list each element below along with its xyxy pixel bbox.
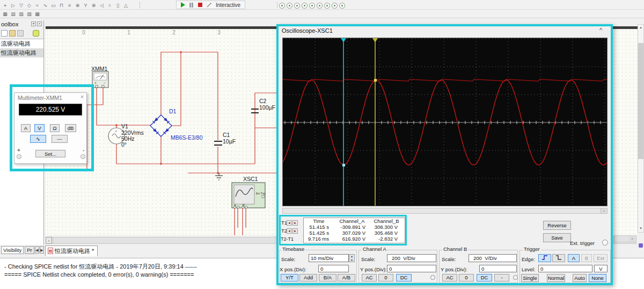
mode-ampere-button[interactable]: A <box>21 124 31 132</box>
graphic-annotation-icon[interactable]: ▨ <box>17 10 25 18</box>
graphic-annotation-icon[interactable]: ▦ <box>1 10 9 18</box>
run-simulation-icon[interactable] <box>181 2 185 8</box>
component-toolbar-icon[interactable]: ▭ <box>49 1 57 10</box>
probe-icon[interactable] <box>324 3 330 9</box>
trigger-source-b-button[interactable]: B <box>581 254 592 262</box>
channel-a-scale-input[interactable]: 200 V/Div <box>387 254 436 262</box>
component-toolbar-icon[interactable]: ≈ <box>33 1 41 10</box>
t2-move-right-icon[interactable]: ► <box>292 228 298 234</box>
graphic-annotation-icon[interactable]: ▤ <box>9 10 17 18</box>
close-icon[interactable]: × <box>80 94 84 100</box>
v1-ref-label[interactable]: V1 <box>121 124 128 129</box>
set-button[interactable]: Set... <box>35 150 65 157</box>
channel-b-scale-input[interactable]: 200 V/Div <box>469 254 517 262</box>
timebase-scale-spinner[interactable]: ▲▼ <box>349 254 355 262</box>
design-tree-item[interactable]: 流驱动电路 <box>0 39 43 48</box>
hscroll-left-icon[interactable]: ‹ <box>46 237 52 244</box>
channel-b-ypos-input[interactable]: 0 <box>479 265 517 272</box>
xsc1-label[interactable]: XSC1 <box>243 176 258 182</box>
ac-mode-button[interactable]: ∿ <box>30 135 46 143</box>
t1-move-left-icon[interactable]: ◄ <box>287 220 292 226</box>
component-toolbar-icon[interactable]: ◁ <box>98 1 106 10</box>
sheet-tab[interactable]: 恒流驱动电路 * <box>45 245 98 256</box>
component-toolbar-icon[interactable]: ◇ <box>25 1 33 10</box>
mode-ohm-button[interactable]: Ω <box>50 124 60 132</box>
c2-ref-label[interactable]: C2 <box>259 98 266 104</box>
panel-pin-icon[interactable]: ▾ <box>31 21 36 26</box>
dc-mode-button[interactable]: — <box>52 135 68 143</box>
channel-a-dc-button[interactable]: DC <box>396 274 412 281</box>
scope-time-scrollbar[interactable]: › <box>282 208 608 214</box>
vscroll-thumb[interactable] <box>638 43 643 159</box>
probe-icon[interactable] <box>332 3 338 9</box>
channel-b-minus-button[interactable]: - <box>494 274 509 281</box>
tab-project[interactable]: Pr <box>25 246 34 254</box>
hscroll-right-icon[interactable]: › <box>629 236 635 241</box>
probe-icon[interactable] <box>287 3 292 9</box>
trigger-level-unit[interactable]: V <box>594 265 608 272</box>
trigger-source-ext-button[interactable]: Ext <box>594 254 608 262</box>
component-toolbar-icon[interactable]: Y <box>82 1 90 10</box>
probe-icon[interactable] <box>309 3 315 9</box>
component-toolbar-icon[interactable]: ○ <box>106 1 114 10</box>
interactive-mode-label[interactable]: Interactive <box>216 2 240 8</box>
trigger-none-button[interactable]: None <box>589 274 606 282</box>
multimeter-window[interactable]: Multimeter-XMM1 × 220.525 V A V Ω dB ∿ —… <box>14 92 87 164</box>
channel-b-dc-button[interactable]: DC <box>477 274 492 281</box>
snapshot-icon[interactable] <box>33 30 39 37</box>
channel-b-zero-button[interactable]: 0 <box>459 274 474 281</box>
probe-icon[interactable] <box>294 3 300 9</box>
trigger-normal-button[interactable]: Normal <box>547 274 565 282</box>
tab-scroll-right-icon[interactable]: ▶ <box>40 246 44 254</box>
trigger-auto-button[interactable]: Auto <box>573 274 587 282</box>
component-toolbar-icon[interactable]: ▯ <box>114 1 122 10</box>
channel-a-ac-button[interactable]: AC <box>362 274 377 281</box>
yt-mode-button[interactable]: Y/T <box>281 274 298 281</box>
component-toolbar-icon[interactable]: ∿ <box>41 1 49 10</box>
oscilloscope-window[interactable]: Oscilloscope-XSC1 ^ › T1 ◄ ► T2 ◄ ► T2-T… <box>276 24 613 285</box>
add-mode-button[interactable]: Add <box>299 274 317 281</box>
panel-close-icon[interactable]: × <box>37 21 42 26</box>
trigger-single-button[interactable]: Single <box>521 274 539 282</box>
save-document-icon[interactable] <box>17 30 24 37</box>
component-toolbar-icon[interactable]: ⌖ <box>1 1 9 10</box>
tab-visibility[interactable]: Visibility <box>1 246 24 254</box>
channel-a-zero-button[interactable]: 0 <box>378 274 393 281</box>
probe-icon[interactable] <box>302 3 308 9</box>
trigger-source-a-button[interactable]: A <box>568 254 580 262</box>
t1-move-right-icon[interactable]: ► <box>292 220 298 226</box>
channel-a-ypos-input[interactable]: 0 <box>387 265 436 272</box>
tab-scroll-left-icon[interactable]: ◀ <box>35 246 39 254</box>
component-toolbar-icon[interactable]: ⊓ <box>57 1 65 10</box>
design-tree-item[interactable]: 恒流驱动电路 <box>0 48 43 57</box>
status-notification-icon[interactable] <box>639 243 643 248</box>
t2-move-left-icon[interactable]: ◄ <box>287 228 292 234</box>
new-document-icon[interactable] <box>1 30 8 37</box>
ab-mode-button[interactable]: A/B <box>338 274 355 281</box>
pause-simulation-icon[interactable] <box>189 3 193 8</box>
component-toolbar-icon[interactable]: ≡ <box>65 1 74 10</box>
channel-b-ac-button[interactable]: AC <box>442 274 457 281</box>
timebase-xpos-input[interactable]: 0 <box>318 265 349 272</box>
scroll-up-icon[interactable]: ▲ <box>638 25 643 31</box>
scroll-down-icon[interactable]: ▼ <box>638 226 643 232</box>
component-toolbar-icon[interactable]: △ <box>122 1 130 10</box>
collapse-icon[interactable]: ^ <box>599 27 602 33</box>
probe-icon[interactable] <box>279 3 285 9</box>
d1-ref-label[interactable]: D1 <box>169 109 176 114</box>
canvas-vscrollbar[interactable]: ▲ ▼ <box>638 24 644 233</box>
open-folder-icon[interactable] <box>9 30 16 37</box>
probe-icon[interactable] <box>317 3 323 9</box>
component-toolbar-icon[interactable]: ⊕ <box>74 1 82 10</box>
graphic-annotation-icon[interactable]: ▧ <box>25 10 33 18</box>
save-button[interactable]: Save <box>543 233 571 242</box>
component-toolbar-icon[interactable]: ⊗ <box>90 1 98 10</box>
graphic-annotation-icon[interactable]: ▩ <box>33 10 41 18</box>
oscilloscope-display[interactable] <box>282 38 608 206</box>
rising-edge-button[interactable] <box>538 254 551 262</box>
ba-mode-button[interactable]: B/A <box>319 274 336 281</box>
timebase-scale-input[interactable]: 10 ms/Div <box>309 254 349 262</box>
c1-ref-label[interactable]: C1 <box>223 132 230 138</box>
probe-icon[interactable] <box>339 3 345 9</box>
scope-scroll-right-icon[interactable]: › <box>601 208 607 213</box>
